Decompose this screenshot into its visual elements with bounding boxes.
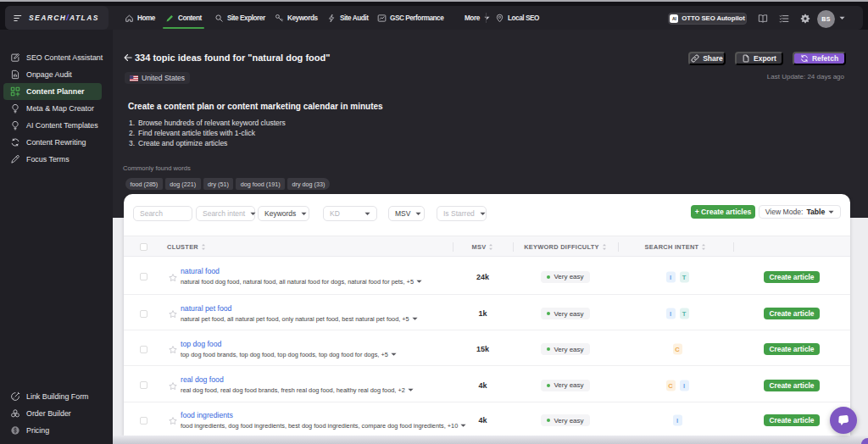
column-header-cluster[interactable]: CLUSTER [167, 236, 206, 258]
sidebar-item[interactable]: Meta & Map Creator [0, 100, 113, 117]
site-explorer-icon [214, 14, 224, 23]
filter-dropdown[interactable]: Is Starred [437, 206, 487, 221]
nav-item[interactable]: Site Explorer [214, 6, 265, 30]
settings-gear-icon[interactable] [800, 14, 810, 24]
logo-section: SEARCH/ATLAS [5, 6, 108, 30]
home-icon [125, 14, 134, 23]
star-icon[interactable] [168, 381, 178, 391]
avatar-caret-icon[interactable] [839, 16, 845, 20]
intent-badge: I [666, 271, 676, 282]
horizontal-scrollbar[interactable] [113, 436, 868, 444]
intro-heading: Create a content plan or content marketi… [128, 102, 383, 111]
view-mode-value: Table [806, 208, 825, 216]
refetch-button[interactable]: Refetch [793, 52, 846, 65]
cluster-link[interactable]: natural pet food [181, 303, 418, 312]
word-chip[interactable]: dog (221) [165, 178, 201, 190]
row-checkbox[interactable] [140, 310, 147, 318]
word-chip[interactable]: dry (51) [203, 178, 234, 190]
export-button[interactable]: Export [735, 52, 783, 65]
cluster-link[interactable]: natural food [181, 267, 422, 275]
intent-badge: T [680, 271, 689, 282]
task-list-icon[interactable] [779, 14, 789, 24]
share-button[interactable]: Share [688, 52, 726, 65]
nav-separator [486, 13, 487, 23]
create-article-button[interactable]: Create article [764, 343, 820, 355]
sidebar-item[interactable]: Focus Terms [0, 151, 113, 168]
column-header-difficulty[interactable]: KEYWORD DIFFICULTY [513, 236, 618, 258]
create-articles-button[interactable]: + Create articles [691, 205, 755, 219]
chat-widget-button[interactable] [830, 407, 857, 434]
nav-item[interactable]: Local SEO [495, 6, 539, 30]
link-target-icon [10, 391, 20, 402]
sidebar-item[interactable]: Link Building Form [0, 388, 113, 405]
msv-value: 4k [453, 416, 513, 425]
nav-item[interactable]: Site Audit [327, 6, 368, 30]
row-checkbox[interactable] [140, 273, 147, 280]
nav-item[interactable]: More [452, 6, 490, 30]
sidebar-item[interactable]: Order Builder [0, 405, 113, 422]
view-mode-select[interactable]: View Mode: Table [759, 205, 841, 219]
cluster-link[interactable]: real dog food [181, 375, 414, 384]
create-article-button[interactable]: Create article [764, 414, 820, 426]
star-icon[interactable] [168, 345, 178, 355]
action-cell: Create article [733, 271, 850, 283]
cluster-link[interactable]: food ingredients [181, 410, 466, 419]
column-header-msv[interactable]: MSV [453, 236, 513, 258]
expand-caret-icon[interactable] [412, 316, 418, 320]
brand-logo[interactable]: SEARCH/ATLAS [29, 14, 99, 22]
step-number: 1. [128, 119, 135, 127]
row-checkbox[interactable] [140, 346, 147, 353]
intro-steps: 1. Browse hundreds of relevant keyword c… [128, 118, 286, 149]
filter-dropdown[interactable]: KD [323, 206, 377, 221]
otto-seo-autopilot-button[interactable]: AI OTTO SEO Autopilot [668, 13, 747, 25]
nav-item[interactable]: Keywords [275, 6, 318, 30]
filter-dropdown[interactable]: Search intent [196, 206, 255, 221]
local-seo-pin-icon [495, 14, 504, 23]
filter-dropdown[interactable]: MSV [388, 206, 425, 221]
star-icon[interactable] [168, 273, 178, 283]
country-chip[interactable]: United States [125, 72, 190, 84]
expand-caret-icon[interactable] [408, 388, 414, 392]
sidebar-item[interactable]: Onpage Audit [0, 66, 113, 83]
sidebar-item-label: Content Rewriting [26, 138, 86, 147]
nav-item[interactable]: Content [165, 6, 202, 30]
refetch-label: Refetch [812, 54, 838, 63]
 [452, 14, 461, 23]
row-checkbox[interactable] [140, 381, 147, 389]
column-header-intent[interactable]: SEARCH INTENT [618, 236, 733, 258]
intro-step: 3. Create and optimize articles [128, 138, 286, 148]
user-avatar[interactable]: BS [817, 10, 835, 28]
cluster-link[interactable]: top dog food [181, 339, 397, 347]
filter-dropdown[interactable]: Keywords [258, 206, 309, 221]
cluster-keywords: food ingredients, dog food ingredients, … [181, 421, 466, 429]
common-words-chips: food (285)dog (221)dry (51)dog food (191… [125, 178, 330, 190]
column-separator [513, 242, 514, 252]
sidebar-item[interactable]: AI Content Templates [0, 117, 113, 134]
word-chip[interactable]: dog food (191) [236, 178, 285, 190]
sidebar-item[interactable]: Content Planner [3, 83, 102, 100]
nav-item[interactable]: GSC Performance [377, 6, 443, 30]
create-article-button[interactable]: Create article [764, 271, 820, 283]
table-row: natural pet food natural pet food, all n… [124, 295, 850, 330]
difficulty-badge: Very easy [541, 414, 590, 426]
expand-caret-icon[interactable] [416, 280, 422, 284]
sidebar-item-label: Meta & Map Creator [26, 104, 94, 113]
star-icon[interactable] [168, 416, 178, 426]
menu-hamburger-icon[interactable] [14, 14, 22, 22]
expand-caret-icon[interactable] [391, 352, 397, 356]
sidebar-item[interactable]: Content Rewriting [0, 134, 113, 151]
docs-book-icon[interactable] [758, 14, 768, 24]
sidebar-item[interactable]: SEO Content Assistant [0, 49, 113, 66]
nav-item[interactable]: Home [125, 6, 155, 30]
sidebar-item[interactable]: Pricing [0, 422, 113, 439]
word-chip[interactable]: food (285) [125, 178, 163, 190]
select-all-checkbox[interactable] [140, 243, 147, 251]
back-arrow-icon[interactable] [124, 53, 132, 62]
star-icon[interactable] [168, 309, 178, 319]
search-input[interactable] [140, 209, 186, 218]
row-checkbox[interactable] [140, 417, 147, 425]
create-article-button[interactable]: Create article [764, 380, 820, 391]
create-article-button[interactable]: Create article [764, 308, 820, 319]
word-chip[interactable]: dry dog (33) [287, 178, 330, 190]
page-title: 334 topic ideas found for "natural dog f… [135, 53, 330, 64]
